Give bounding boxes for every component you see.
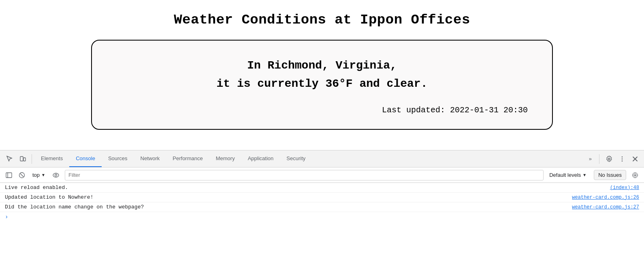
svg-point-2 <box>622 156 623 157</box>
more-tabs-button[interactable]: » <box>586 156 595 162</box>
console-prompt-chevron: › <box>5 214 8 220</box>
console-line-text: Live reload enabled. <box>5 185 68 191</box>
svg-point-11 <box>53 173 59 177</box>
tab-application[interactable]: Application <box>241 150 280 167</box>
device-toolbar-icon[interactable] <box>16 152 29 165</box>
console-line-text: Updated location to Nowhere! <box>5 194 93 200</box>
context-label: top <box>32 172 40 178</box>
weather-text: In Richmond, Virginia, it is currently 3… <box>116 57 528 93</box>
devtools-panel: Elements Console Sources Network Perform… <box>0 150 644 279</box>
no-issues-button[interactable]: No Issues <box>594 170 626 180</box>
tab-memory[interactable]: Memory <box>209 150 241 167</box>
console-line: Updated location to Nowhere! weather-car… <box>0 193 644 202</box>
console-line-source[interactable]: weather-card.comp.js:26 <box>572 195 639 200</box>
svg-point-3 <box>622 158 623 159</box>
close-devtools-icon[interactable] <box>629 153 641 165</box>
console-line: Did the location name change on the webp… <box>0 202 644 212</box>
svg-rect-0 <box>20 157 23 161</box>
default-levels-chevron: ▼ <box>582 173 586 177</box>
console-line-source[interactable]: (index):48 <box>610 185 639 191</box>
console-line-text: Did the location name change on the webp… <box>5 204 144 210</box>
tab-performance[interactable]: Performance <box>166 150 209 167</box>
devtools-tabs-right: » <box>586 153 641 165</box>
toolbar-divider <box>32 154 32 164</box>
console-line-source[interactable]: weather-card.comp.js:27 <box>572 204 639 210</box>
console-right-controls: Default levels ▼ No Issues <box>545 170 641 181</box>
console-prompt-line[interactable]: › <box>0 212 644 222</box>
more-options-icon[interactable] <box>616 153 628 165</box>
svg-point-4 <box>622 160 623 161</box>
clear-console-icon[interactable] <box>16 170 28 181</box>
default-levels-label: Default levels <box>549 172 581 178</box>
svg-point-12 <box>55 174 57 176</box>
svg-point-13 <box>634 174 636 176</box>
no-issues-label: No Issues <box>598 172 622 178</box>
svg-line-10 <box>20 174 23 177</box>
devtools-toolbar: Elements Console Sources Network Perform… <box>0 150 644 167</box>
tab-elements[interactable]: Elements <box>34 150 69 167</box>
tab-network[interactable]: Network <box>134 150 166 167</box>
toolbar-divider-2 <box>599 154 599 164</box>
tab-security[interactable]: Security <box>280 150 312 167</box>
last-updated: Last updated: 2022-01-31 20:30 <box>116 105 528 115</box>
tab-console[interactable]: Console <box>69 150 102 167</box>
console-sidebar-toggle[interactable] <box>3 170 15 181</box>
tab-sources[interactable]: Sources <box>102 150 134 167</box>
default-levels-button[interactable]: Default levels ▼ <box>545 171 591 179</box>
svg-rect-1 <box>23 158 26 161</box>
svg-rect-7 <box>6 173 12 178</box>
console-settings-icon[interactable] <box>629 170 641 181</box>
live-expressions-icon[interactable] <box>50 170 62 181</box>
page-title: Weather Conditions at Ippon Offices <box>174 12 470 28</box>
weather-line-1: In Richmond, Virginia, <box>116 57 528 75</box>
settings-icon[interactable] <box>603 153 615 165</box>
console-toolbar: top ▼ Default levels ▼ No Issues <box>0 167 644 183</box>
console-context-selector[interactable]: top ▼ <box>29 171 49 179</box>
console-line: Live reload enabled. (index):48 <box>0 183 644 193</box>
weather-line-2: it is currently 36°F and clear. <box>116 75 528 93</box>
console-output: Live reload enabled. (index):48 Updated … <box>0 183 644 279</box>
last-updated-value: 2022-01-31 20:30 <box>450 105 528 115</box>
last-updated-label: Last updated: <box>382 105 445 115</box>
page-content: Weather Conditions at Ippon Offices In R… <box>0 0 644 150</box>
weather-card: In Richmond, Virginia, it is currently 3… <box>91 40 553 130</box>
devtools-tabs: Elements Console Sources Network Perform… <box>34 150 586 167</box>
console-filter-input[interactable] <box>65 170 544 180</box>
context-dropdown-icon: ▼ <box>41 173 45 177</box>
inspect-element-icon[interactable] <box>3 152 16 165</box>
